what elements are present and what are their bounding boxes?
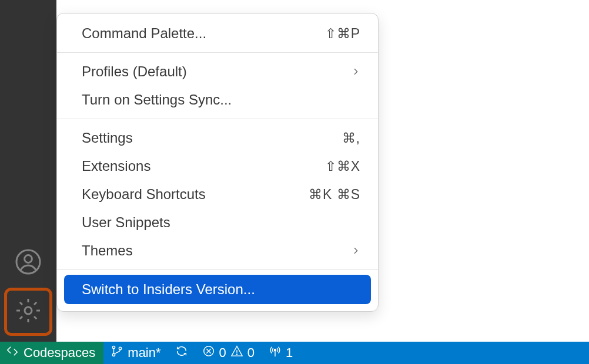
accounts-button[interactable] [5, 240, 52, 287]
menu-label: Profiles (Default) [82, 63, 351, 80]
svg-point-3 [113, 346, 115, 348]
menu-separator [57, 52, 378, 53]
svg-point-4 [113, 353, 115, 356]
menu-label: Themes [82, 242, 351, 259]
error-icon [202, 345, 215, 361]
menu-shortcut: ⇧⌘P [325, 26, 360, 42]
status-sync[interactable] [168, 342, 195, 364]
menu-shortcut: ⇧⌘X [325, 159, 360, 174]
svg-point-5 [119, 347, 122, 349]
menu-label: Turn on Settings Sync... [82, 92, 360, 108]
menu-label: Keyboard Shortcuts [82, 186, 309, 203]
menu-item-settings[interactable]: Settings ⌘, [57, 124, 378, 152]
remote-icon [6, 345, 19, 361]
menu-label: Switch to Insiders Version... [82, 281, 360, 298]
status-ports[interactable]: 1 [262, 342, 300, 364]
svg-point-1 [25, 255, 32, 263]
menu-label: Settings [82, 130, 342, 146]
status-branch-name: main* [128, 345, 160, 360]
menu-separator [57, 119, 378, 119]
account-icon [14, 248, 42, 278]
chevron-right-icon [351, 63, 360, 80]
radio-tower-icon [269, 345, 282, 361]
status-problems[interactable]: 0 0 [195, 342, 262, 364]
menu-item-settings-sync[interactable]: Turn on Settings Sync... [57, 86, 378, 114]
menu-item-themes[interactable]: Themes [57, 237, 378, 265]
menu-item-extensions[interactable]: Extensions ⇧⌘X [57, 152, 378, 180]
status-bar: Codespaces main* 0 0 [0, 342, 589, 364]
manage-button-highlight [4, 288, 52, 336]
status-ports-count: 1 [286, 345, 293, 360]
svg-point-2 [25, 307, 32, 314]
gear-icon [14, 296, 42, 327]
svg-point-7 [236, 354, 237, 355]
menu-separator [57, 269, 378, 270]
menu-item-profiles[interactable]: Profiles (Default) [57, 58, 378, 86]
menu-item-switch-insiders[interactable]: Switch to Insiders Version... [64, 275, 371, 304]
git-branch-icon [111, 345, 123, 361]
status-branch[interactable]: main* [103, 342, 168, 364]
status-warning-count: 0 [247, 345, 255, 360]
manage-context-menu: Command Palette... ⇧⌘P Profiles (Default… [56, 13, 379, 312]
menu-item-keyboard-shortcuts[interactable]: Keyboard Shortcuts ⌘K ⌘S [57, 180, 378, 208]
warning-icon [230, 345, 243, 361]
menu-item-user-snippets[interactable]: User Snippets [57, 208, 378, 237]
menu-label: User Snippets [82, 214, 360, 231]
status-remote-label: Codespaces [24, 345, 95, 360]
menu-shortcut: ⌘K ⌘S [309, 187, 360, 203]
status-remote-indicator[interactable]: Codespaces [0, 342, 103, 364]
status-error-count: 0 [219, 345, 226, 360]
activity-bar [0, 0, 56, 342]
menu-label: Command Palette... [82, 25, 325, 42]
sync-icon [175, 345, 188, 361]
menu-label: Extensions [82, 158, 325, 174]
menu-shortcut: ⌘, [342, 130, 360, 146]
chevron-right-icon [351, 242, 360, 259]
menu-item-command-palette[interactable]: Command Palette... ⇧⌘P [57, 19, 378, 48]
manage-button[interactable] [7, 291, 49, 333]
